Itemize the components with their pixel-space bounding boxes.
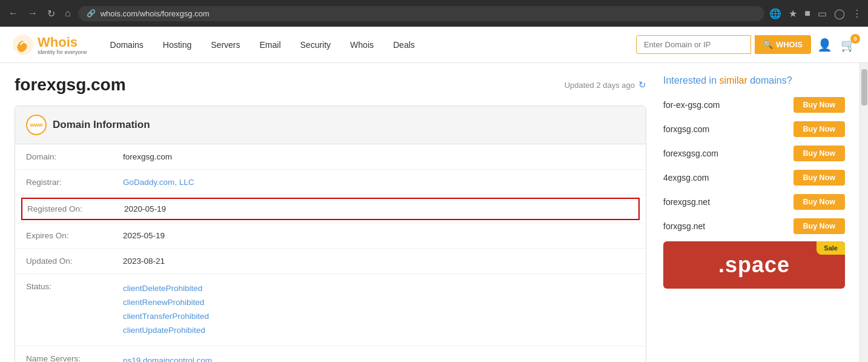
domain-info-card: www Domain Information Domain: forexgsg.… — [15, 106, 646, 362]
buy-now-5[interactable]: Buy Now — [793, 194, 845, 210]
buy-now-2[interactable]: Buy Now — [793, 121, 845, 137]
cart-badge: 0 — [850, 34, 860, 44]
search-btn-label: WHOIS — [776, 40, 803, 49]
header-icons: 👤 🛒 0 — [817, 38, 856, 52]
nav-deals[interactable]: Deals — [385, 35, 423, 55]
registrar-label: Registrar: — [26, 178, 123, 187]
status-3: clientTransferProhibited — [123, 310, 209, 324]
star-icon[interactable]: ★ — [789, 8, 797, 19]
page-body: forexgsg.com Updated 2 days ago ↻ www Do… — [0, 63, 868, 362]
sale-banner: Sale .space — [663, 241, 845, 289]
nav-email[interactable]: Email — [251, 35, 290, 55]
menu-icon[interactable]: ⋮ — [852, 8, 862, 19]
updated-row: Updated On: 2023-08-21 — [15, 249, 646, 274]
browser-actions: 🌐 ★ ■ ▭ ◯ ⋮ — [769, 8, 862, 19]
address-icon: 🔗 — [87, 9, 96, 18]
status-2: clientRenewProhibited — [123, 296, 209, 310]
nav-security[interactable]: Security — [292, 35, 340, 55]
buy-now-4[interactable]: Buy Now — [793, 170, 845, 186]
info-card-title: Domain Information — [53, 119, 150, 131]
ns1: ns19.domaincontrol.com — [123, 354, 212, 362]
registered-row: Registered On: 2020-05-19 — [15, 195, 646, 223]
status-label: Status: — [26, 282, 123, 338]
scrollbar[interactable] — [860, 63, 868, 362]
address-bar[interactable]: 🔗 whois.com/whois/forexgsg.com — [78, 6, 765, 21]
content-area: forexgsg.com Updated 2 days ago ↻ www Do… — [0, 63, 860, 362]
search-icon: 🔍 — [763, 40, 773, 49]
extensions-icon[interactable]: ■ — [804, 8, 810, 19]
similar-title: Interested in similar domains? — [663, 75, 845, 86]
www-badge: www — [26, 115, 47, 135]
main-nav: Domains Hosting Servers Email Security W… — [102, 35, 630, 55]
updated-on-value: 2023-08-21 — [123, 256, 635, 266]
domain-label: Domain: — [26, 152, 123, 161]
refresh-button[interactable]: ↻ — [45, 7, 58, 21]
status-row: Status: clientDeleteProhibited clientRen… — [15, 274, 646, 346]
updated-text: Updated 2 days ago — [565, 81, 635, 90]
expires-label: Expires On: — [26, 231, 123, 240]
translate-icon[interactable]: 🌐 — [769, 8, 781, 19]
logo-subtitle: Identity for everyone — [38, 49, 87, 55]
updated-on-label: Updated On: — [26, 256, 123, 266]
domain-value: forexgsg.com — [123, 152, 635, 161]
similar-item-2: forxgsg.com Buy Now — [663, 120, 845, 138]
buy-now-1[interactable]: Buy Now — [793, 97, 845, 113]
expires-row: Expires On: 2025-05-19 — [15, 223, 646, 249]
scrollbar-thumb[interactable] — [861, 69, 867, 106]
status-4: clientUpdateProhibited — [123, 324, 209, 338]
url-text: whois.com/whois/forexgsg.com — [101, 9, 210, 18]
back-button[interactable]: ← — [6, 7, 21, 20]
similar-item-3: forexsgsg.com Buy Now — [663, 144, 845, 163]
logo-text: Whois — [38, 35, 78, 50]
sale-badge: Sale — [817, 241, 845, 255]
nav-hosting[interactable]: Hosting — [154, 35, 200, 55]
home-button[interactable]: ⌂ — [62, 7, 73, 20]
search-button[interactable]: 🔍 WHOIS — [755, 35, 811, 54]
status-values: clientDeleteProhibited clientRenewProhib… — [123, 282, 209, 338]
similar-domain-1: for-ex-gsg.com — [663, 100, 720, 110]
buy-now-3[interactable]: Buy Now — [793, 146, 845, 161]
site-header: Whois Identity for everyone Domains Host… — [0, 27, 868, 63]
buy-now-6[interactable]: Buy Now — [793, 218, 845, 234]
similar-domain-2: forxgsg.com — [663, 124, 709, 134]
similar-domain-6: forxgsg.net — [663, 221, 705, 231]
logo[interactable]: Whois Identity for everyone — [12, 34, 87, 56]
left-panel: forexgsg.com Updated 2 days ago ↻ www Do… — [15, 75, 646, 362]
search-input[interactable] — [636, 35, 751, 54]
search-area: 🔍 WHOIS — [636, 35, 811, 54]
updated-info: Updated 2 days ago ↻ — [565, 79, 646, 90]
nav-whois[interactable]: Whois — [342, 35, 382, 55]
nameservers-label: Name Servers: — [26, 354, 123, 362]
profile-icon[interactable]: ◯ — [834, 8, 845, 19]
similar-item-1: for-ex-gsg.com Buy Now — [663, 96, 845, 114]
browser-chrome: ← → ↻ ⌂ 🔗 whois.com/whois/forexgsg.com 🌐… — [0, 0, 868, 27]
similar-item-6: forxgsg.net Buy Now — [663, 217, 845, 235]
info-card-header: www Domain Information — [15, 106, 646, 144]
expires-value: 2025-05-19 — [123, 231, 635, 240]
similar-domain-4: 4exgsg.com — [663, 173, 709, 183]
refresh-icon[interactable]: ↻ — [638, 79, 646, 90]
domain-title-row: forexgsg.com Updated 2 days ago ↻ — [15, 75, 646, 95]
registrar-row: Registrar: GoDaddy.com, LLC — [15, 170, 646, 195]
forward-button[interactable]: → — [25, 7, 40, 20]
nav-servers[interactable]: Servers — [202, 35, 248, 55]
main-content: forexgsg.com Updated 2 days ago ↻ www Do… — [15, 75, 845, 362]
sale-tld: .space — [718, 252, 790, 278]
registered-value: 2020-05-19 — [124, 204, 634, 213]
nav-domains[interactable]: Domains — [102, 35, 152, 55]
registered-label: Registered On: — [27, 204, 124, 213]
cart-icon[interactable]: 🛒 0 — [841, 38, 856, 52]
status-1: clientDeleteProhibited — [123, 282, 209, 296]
similar-highlight: similar — [720, 75, 747, 85]
nameservers-row: Name Servers: ns19.domaincontrol.com ns2… — [15, 346, 646, 362]
similar-domain-5: forexgsg.net — [663, 197, 710, 207]
similar-item-4: 4exgsg.com Buy Now — [663, 169, 845, 187]
domain-title: forexgsg.com — [15, 75, 126, 95]
nameserver-values: ns19.domaincontrol.com ns20.domaincontro… — [123, 354, 212, 362]
right-panel: Interested in similar domains? for-ex-gs… — [663, 75, 845, 362]
domain-row: Domain: forexgsg.com — [15, 144, 646, 170]
registrar-value: GoDaddy.com, LLC — [123, 178, 635, 187]
sidebar-icon[interactable]: ▭ — [818, 8, 827, 19]
user-icon[interactable]: 👤 — [817, 38, 832, 52]
logo-icon — [12, 34, 34, 56]
